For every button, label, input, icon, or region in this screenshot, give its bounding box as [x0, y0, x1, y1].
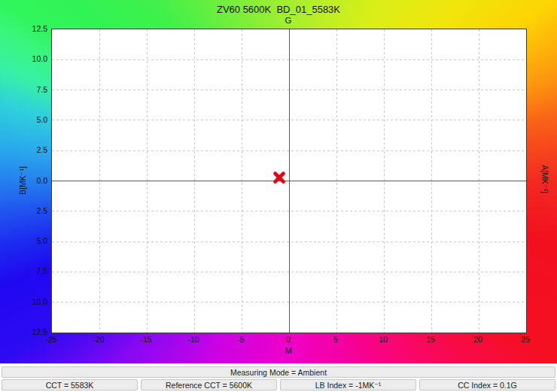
top-axis-label-g: G — [285, 16, 292, 25]
grid-lines — [52, 29, 526, 333]
x-axis-tick-label: 10 — [379, 335, 388, 344]
right-axis-label-a: A[MK⁻¹] — [540, 165, 549, 193]
y-axis-tick-label: 10.0 — [0, 297, 47, 306]
y-axis-tick-label: 12.5 — [0, 24, 47, 33]
y-axis-tick-label: 0.0 — [0, 176, 47, 185]
y-axis-tick-label: 7.5 — [0, 85, 47, 94]
x-axis-tick-label: 0 — [286, 335, 291, 344]
cc-index-value-cell: CC Index = 0.1G — [419, 379, 555, 390]
y-axis-tick-label: 2.5 — [0, 145, 47, 154]
measurement-summary-row: CCT = 5583K Reference CCT = 5600K LB Ind… — [2, 379, 555, 390]
x-axis-tick-label: -10 — [187, 335, 199, 344]
plot-area — [51, 29, 527, 333]
x-axis-tick-label: -15 — [140, 335, 151, 344]
y-axis-tick-label: 12.5 — [0, 327, 47, 336]
x-axis-tick-label: 20 — [473, 335, 482, 344]
status-footer: Measuring Mode = Ambient CCT = 5583K Ref… — [0, 363, 557, 392]
y-axis-tick-label: 5.0 — [0, 236, 47, 245]
color-meter-screen: ZV60 5600K BD_01_5583K G M B[MK⁻¹] A[MK⁻… — [0, 0, 557, 392]
x-axis-tick-label: 25 — [521, 335, 530, 344]
y-axis-tick-label: 5.0 — [0, 115, 47, 124]
cct-value-cell: CCT = 5583K — [2, 379, 138, 390]
x-axis-tick-label: 5 — [333, 335, 338, 344]
y-axis-tick-label: 7.5 — [0, 266, 47, 275]
y-axis-tick-label: 10.0 — [0, 54, 47, 63]
measurement-marker — [272, 171, 286, 184]
x-axis-tick-label: -5 — [237, 335, 244, 344]
reference-cct-value-cell: Reference CCT = 5600K — [141, 379, 277, 390]
lb-index-value-cell: LB Index = -1MK⁻¹ — [280, 379, 416, 390]
bottom-axis-label-m: M — [285, 346, 292, 355]
x-axis-tick-label: 15 — [426, 335, 435, 344]
y-axis-tick-label: 2.5 — [0, 206, 47, 215]
measuring-mode-bar: Measuring Mode = Ambient — [2, 366, 555, 378]
chart-title: ZV60 5600K BD_01_5583K — [0, 4, 557, 15]
x-axis-tick-label: -20 — [93, 335, 104, 344]
x-axis-tick-label: -25 — [45, 335, 56, 344]
